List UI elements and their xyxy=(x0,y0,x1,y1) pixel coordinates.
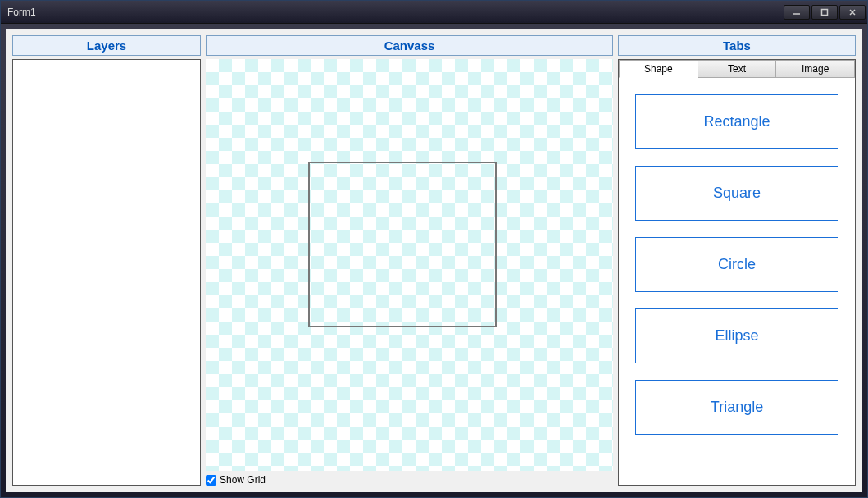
close-icon xyxy=(848,8,857,16)
tab-image[interactable]: Image xyxy=(775,60,855,77)
main-window: Form1 Layers Canvass xyxy=(0,0,868,498)
canvas-shape-rectangle[interactable] xyxy=(308,162,497,327)
layers-list[interactable] xyxy=(12,59,201,486)
minimize-icon xyxy=(793,8,801,16)
circle-button[interactable]: Circle xyxy=(635,237,838,292)
rectangle-button[interactable]: Rectangle xyxy=(635,94,838,149)
triangle-button[interactable]: Triangle xyxy=(635,380,838,435)
window-title: Form1 xyxy=(7,7,36,18)
canvas-area: Show Grid xyxy=(206,59,613,486)
svg-rect-1 xyxy=(822,9,828,15)
tabs-header: Tabs xyxy=(618,35,856,56)
tabs-body: Shape Text Image Rectangle Square Circle… xyxy=(618,59,856,486)
canvas-footer: Show Grid xyxy=(206,471,613,486)
layers-header: Layers xyxy=(12,35,201,56)
layers-panel: Layers xyxy=(12,35,201,486)
tab-content-shape: Rectangle Square Circle Ellipse Triangle xyxy=(619,78,855,485)
canvas-header: Canvass xyxy=(206,35,613,56)
tabs-panel: Tabs Shape Text Image Rectangle Square C… xyxy=(618,35,856,486)
window-controls xyxy=(784,5,866,20)
titlebar[interactable]: Form1 xyxy=(1,1,867,24)
tab-text[interactable]: Text xyxy=(698,60,777,77)
tab-shape[interactable]: Shape xyxy=(619,60,698,78)
tab-strip: Shape Text Image xyxy=(619,60,855,78)
close-button[interactable] xyxy=(839,5,866,20)
canvas-panel: Canvass Show Grid xyxy=(206,35,613,486)
show-grid-label: Show Grid xyxy=(220,474,266,486)
show-grid-checkbox[interactable] xyxy=(206,475,216,486)
client-area: Layers Canvass Show Grid Tabs Shape xyxy=(1,24,867,497)
minimize-button[interactable] xyxy=(784,5,810,20)
canvas-surface[interactable] xyxy=(206,59,613,471)
maximize-button[interactable] xyxy=(811,5,838,20)
maximize-icon xyxy=(820,8,829,16)
ellipse-button[interactable]: Ellipse xyxy=(635,308,838,363)
square-button[interactable]: Square xyxy=(635,166,838,221)
